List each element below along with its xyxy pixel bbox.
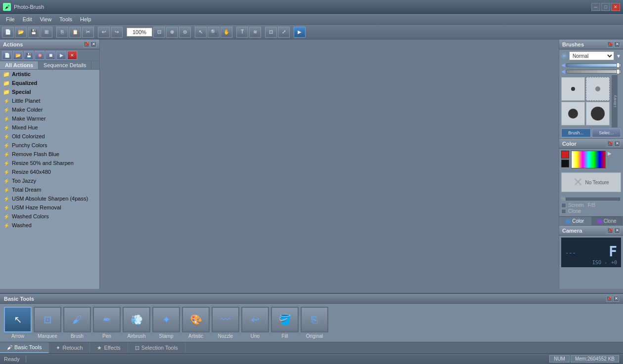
action-item[interactable]: ⚡Mixed Hue <box>0 123 99 132</box>
action-item[interactable]: ⚡Resize 640x480 <box>0 167 99 176</box>
brush-mode-select[interactable]: Normal <box>569 51 614 60</box>
slider2-track[interactable] <box>566 70 621 74</box>
tab-effects[interactable]: ★ Effects <box>90 342 128 353</box>
text-tool-button[interactable]: T <box>236 27 248 38</box>
action-item[interactable]: ⚡Little Planet <box>0 96 99 105</box>
action-item[interactable]: ⚡Old Colorized <box>0 132 99 141</box>
color-close-button[interactable]: ✕ <box>614 141 620 147</box>
new-button[interactable]: 📄 <box>2 27 14 38</box>
action-item[interactable]: ⚡Remove Flash Blue <box>0 150 99 159</box>
menu-file[interactable]: File <box>2 15 19 23</box>
slider1-track[interactable] <box>566 63 621 67</box>
tools-close-button[interactable]: ✕ <box>613 296 619 302</box>
tab-retouch[interactable]: ✦ Retouch <box>49 342 90 353</box>
action-item[interactable]: ⚡USM Absolute Sharpen (4pass) <box>0 194 99 203</box>
camera-close-button[interactable]: ✕ <box>614 228 620 234</box>
brushes-pin-button[interactable]: 📌 <box>607 41 613 47</box>
tool-item-undo[interactable]: ↩Uno <box>241 307 269 339</box>
actions-delete-button[interactable]: ✕ <box>67 51 77 60</box>
tool-item-brush[interactable]: 🖌Brush <box>63 307 91 339</box>
tool-button-fill[interactable]: 🪣 <box>271 307 299 332</box>
action-item[interactable]: ⚡USM Haze Removal <box>0 203 99 212</box>
zoom-tool-button[interactable]: 🔍 <box>208 27 220 38</box>
zoom-fit-button[interactable]: ⊡ <box>153 27 165 38</box>
menu-edit[interactable]: Edit <box>19 15 36 23</box>
pan-tool-button[interactable]: ✋ <box>221 27 232 38</box>
zoom-input[interactable] <box>127 28 152 37</box>
actions-save-button[interactable]: 💾 <box>24 51 34 60</box>
grid-button[interactable]: ⊞ <box>41 27 52 38</box>
actions-new-button[interactable]: 📄 <box>2 51 12 60</box>
maximize-button[interactable]: □ <box>601 3 610 11</box>
tab-color[interactable]: Color <box>559 217 591 225</box>
fg-color-swatch[interactable] <box>561 151 569 159</box>
undo-button[interactable]: ↩ <box>98 27 110 38</box>
action-item[interactable]: ⚡Total Dream <box>0 185 99 194</box>
action-item[interactable]: ⚡Too Jazzy <box>0 176 99 185</box>
bg-color-swatch[interactable] <box>561 160 569 167</box>
actions-pin-button[interactable]: 📌 <box>84 41 89 47</box>
brush-cell-3[interactable] <box>561 102 585 125</box>
actions-close-button[interactable]: ✕ <box>90 41 96 47</box>
tab-selection-tools[interactable]: ⊡ Selection Tools <box>128 342 185 353</box>
actions-record-button[interactable]: ⏺ <box>35 51 44 60</box>
pct-track[interactable] <box>566 198 620 201</box>
color-expand-arrow[interactable]: ▶ <box>608 151 612 168</box>
open-button[interactable]: 📂 <box>15 27 27 38</box>
menu-help[interactable]: Help <box>76 15 95 23</box>
action-item[interactable]: ⚡Punchy Colors <box>0 141 99 150</box>
canvas-area[interactable] <box>100 40 559 289</box>
tool-item-airbrush[interactable]: 💨Airbrush <box>123 307 150 339</box>
actions-open-button[interactable]: 📂 <box>13 51 23 60</box>
tab-all-actions[interactable]: All Actions <box>0 61 39 69</box>
transform-button[interactable]: ⤢ <box>278 27 290 38</box>
tool-item-stamp[interactable]: ✦Stamp <box>152 307 180 339</box>
brush-tab-select[interactable]: Selec... <box>592 128 622 137</box>
tool-button-arrow[interactable]: ↖ <box>4 307 32 332</box>
brush-cell-1[interactable] <box>561 77 585 101</box>
action-item[interactable]: 📁Special <box>0 87 99 96</box>
menu-view[interactable]: View <box>36 15 56 23</box>
redo-button[interactable]: ↪ <box>111 27 123 38</box>
screen-checkbox[interactable] <box>561 203 566 208</box>
zoom-in-button[interactable]: ⊕ <box>166 27 178 38</box>
menu-tools[interactable]: Tools <box>55 15 76 23</box>
tool-item-fill[interactable]: 🪣Fill <box>271 307 299 339</box>
tool-button-nozzle[interactable]: 〰 <box>212 307 239 332</box>
zoom-out-button[interactable]: ⊖ <box>179 27 191 38</box>
tool-item-artistic[interactable]: 🎨Artistic <box>182 307 210 339</box>
action-item[interactable]: ⚡Washed <box>0 221 99 230</box>
paste-button[interactable]: 📋 <box>69 27 81 38</box>
action-item[interactable]: ⚡Make Colder <box>0 105 99 114</box>
tool-item-original[interactable]: ⎘Original <box>301 307 328 339</box>
color-gradient[interactable] <box>571 151 606 168</box>
tool-item-arrow[interactable]: ↖Arrow <box>4 307 32 339</box>
tool-button-original[interactable]: ⎘ <box>301 307 328 332</box>
close-button[interactable]: ✕ <box>611 3 620 11</box>
action-item[interactable]: 📁Artistic <box>0 70 99 79</box>
tool-item-pen[interactable]: ✒Pen <box>93 307 121 339</box>
cut-button[interactable]: ✂ <box>82 27 94 38</box>
tool-button-pen[interactable]: ✒ <box>93 307 121 332</box>
tool-button-undo[interactable]: ↩ <box>241 307 269 332</box>
clone-checkbox[interactable] <box>561 209 566 214</box>
tools-pin-button[interactable]: 📌 <box>606 296 612 302</box>
color-pin-button[interactable]: 📌 <box>607 141 613 147</box>
texture-area[interactable]: ✕ No Texture <box>561 172 621 192</box>
brush-cell-2[interactable] <box>586 77 610 101</box>
tool-button-stamp[interactable]: ✦ <box>152 307 180 332</box>
actions-stop-button[interactable]: ⏹ <box>45 51 55 60</box>
tab-basic-tools[interactable]: 🖌 Basic Tools <box>0 342 49 353</box>
action-item[interactable]: ⚡Make Warmer <box>0 114 99 123</box>
script-button[interactable]: ▶ <box>294 27 306 38</box>
tool-button-brush[interactable]: 🖌 <box>63 307 91 332</box>
tool-button-artistic[interactable]: 🎨 <box>182 307 210 332</box>
tool-item-marquee[interactable]: ⊡Marquee <box>34 307 61 339</box>
tool-button-airbrush[interactable]: 💨 <box>123 307 150 332</box>
select-tool-button[interactable]: ↖ <box>195 27 207 38</box>
library-tab[interactable]: Library <box>612 75 618 127</box>
minimize-button[interactable]: ─ <box>591 3 600 11</box>
brush-tab-brush[interactable]: Brush... <box>561 128 591 137</box>
actions-play-button[interactable]: ▶ <box>56 51 66 60</box>
camera-pin-button[interactable]: 📌 <box>607 228 613 234</box>
